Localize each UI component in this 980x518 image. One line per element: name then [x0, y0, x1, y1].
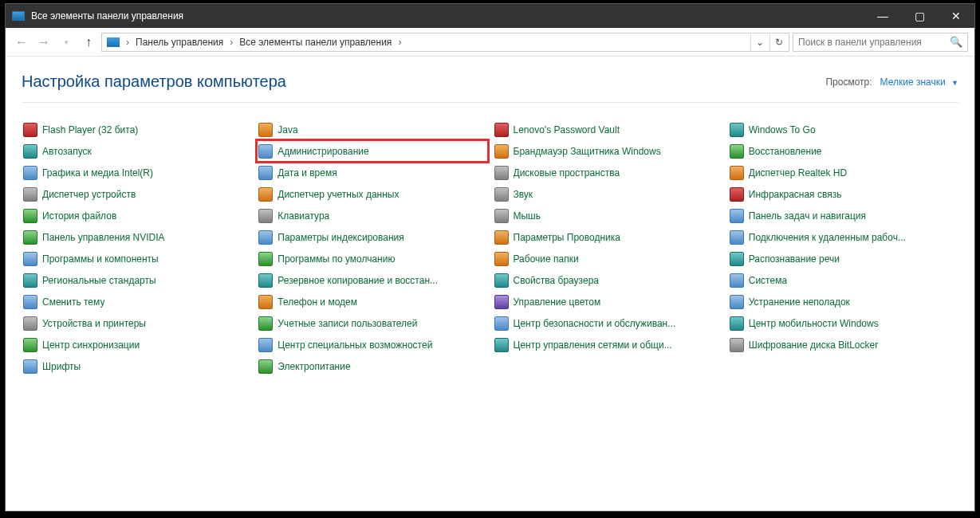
cp-item[interactable]: Управление цветом [493, 291, 723, 312]
cp-item[interactable]: Графика и медиа Intel(R) [22, 162, 252, 183]
cp-item[interactable]: Рабочие папки [493, 248, 723, 269]
view-by-dropdown[interactable]: Мелкие значки ▼ [880, 77, 958, 88]
cp-item[interactable]: Центр безопасности и обслуживан... [493, 312, 723, 334]
item-icon [23, 316, 37, 331]
refresh-button[interactable]: ↻ [769, 33, 787, 51]
item-icon [494, 144, 509, 159]
back-button[interactable]: ← [12, 33, 31, 52]
item-icon [494, 338, 509, 352]
breadcrumb[interactable]: › Панель управления › Все элементы панел… [101, 33, 789, 52]
cp-item[interactable]: Шрифты [22, 355, 252, 377]
search-icon[interactable]: 🔍 [950, 36, 962, 48]
cp-item[interactable]: Клавиатура [257, 205, 487, 226]
item-label: Мышь [514, 210, 541, 222]
cp-item[interactable]: Диспетчер учетных данных [257, 183, 487, 205]
item-icon [730, 316, 744, 331]
item-label: Параметры Проводника [514, 232, 620, 243]
cp-item[interactable]: Устройства и принтеры [22, 312, 252, 334]
item-label: Диспетчер Realtek HD [749, 167, 847, 179]
item-label: Устранение неполадок [749, 296, 850, 308]
cp-item[interactable]: Панель задач и навигация [728, 205, 958, 226]
cp-item[interactable]: Свойства браузера [493, 269, 723, 291]
item-icon [23, 295, 37, 309]
item-icon [730, 295, 744, 309]
chevron-right-icon[interactable]: › [396, 37, 403, 48]
cp-item[interactable]: Дисковые пространства [493, 162, 723, 183]
cp-item[interactable]: Резервное копирование и восстан... [257, 269, 487, 291]
breadcrumb-history-dropdown[interactable]: ⌄ [750, 33, 768, 51]
cp-item[interactable]: История файлов [22, 205, 252, 226]
chevron-down-icon: ▼ [951, 79, 958, 87]
cp-item[interactable]: Windows To Go [728, 119, 958, 140]
cp-item[interactable]: Центр специальных возможностей [257, 334, 487, 355]
cp-item[interactable]: Параметры Проводника [493, 226, 723, 248]
forward-button[interactable]: → [34, 33, 53, 52]
item-label: Диспетчер устройств [42, 189, 136, 200]
item-label: Брандмауэр Защитника Windows [514, 146, 661, 157]
chevron-right-icon[interactable]: › [124, 37, 131, 48]
breadcrumb-segment[interactable]: Панель управления [132, 37, 226, 48]
recent-dropdown[interactable]: ▾ [57, 33, 76, 52]
cp-item[interactable]: Дата и время [257, 162, 487, 183]
cp-item[interactable]: Электропитание [257, 355, 487, 377]
cp-item[interactable]: Администрирование [257, 140, 487, 162]
item-icon [258, 273, 273, 288]
item-icon [258, 230, 273, 245]
cp-item[interactable]: Мышь [493, 205, 723, 226]
maximize-button[interactable]: ▢ [901, 4, 938, 28]
chevron-right-icon[interactable]: › [228, 37, 234, 48]
item-label: Звук [514, 189, 533, 200]
item-icon [258, 338, 273, 352]
cp-item[interactable]: Распознавание речи [728, 248, 958, 269]
cp-item[interactable]: Центр мобильности Windows [728, 312, 958, 334]
item-icon [494, 166, 509, 180]
cp-item[interactable]: Автозапуск [22, 140, 252, 162]
item-label: Java [277, 124, 297, 135]
item-label: Телефон и модем [277, 296, 357, 308]
cp-item[interactable]: Подключения к удаленным рабоч... [728, 226, 958, 248]
cp-item[interactable]: Инфракрасная связь [728, 183, 958, 205]
cp-item[interactable]: Java [257, 119, 487, 140]
item-label: Восстановление [749, 146, 822, 157]
cp-item[interactable]: Диспетчер устройств [22, 183, 252, 205]
item-label: Шифрование диска BitLocker [749, 339, 878, 351]
cp-item[interactable]: Программы и компоненты [22, 248, 252, 269]
cp-item[interactable]: Телефон и модем [257, 291, 487, 312]
control-panel-icon [12, 11, 25, 21]
cp-item[interactable]: Программы по умолчанию [257, 248, 487, 269]
search-box[interactable]: 🔍 [793, 33, 968, 52]
cp-item[interactable]: Flash Player (32 бита) [22, 119, 252, 140]
cp-item[interactable]: Параметры индексирования [257, 226, 487, 248]
cp-item[interactable]: Система [728, 269, 958, 291]
item-label: История файлов [42, 210, 116, 222]
cp-item[interactable]: Устранение неполадок [728, 291, 958, 312]
item-icon [23, 230, 37, 245]
cp-item[interactable]: Брандмауэр Защитника Windows [493, 140, 723, 162]
cp-item[interactable]: Восстановление [728, 140, 958, 162]
item-icon [23, 359, 37, 374]
up-button[interactable]: ↑ [79, 33, 98, 52]
cp-item[interactable]: Учетные записи пользователей [257, 312, 487, 334]
item-icon [730, 144, 744, 159]
breadcrumb-segment[interactable]: Все элементы панели управления [236, 37, 395, 48]
item-label: Клавиатура [277, 210, 329, 222]
item-label: Центр управления сетями и общи... [514, 339, 672, 351]
item-icon [494, 230, 509, 245]
item-label: Сменить тему [42, 296, 104, 308]
cp-item[interactable]: Сменить тему [22, 291, 252, 312]
item-label: Программы по умолчанию [277, 253, 395, 265]
cp-item[interactable]: Центр управления сетями и общи... [493, 334, 723, 355]
cp-item[interactable]: Панель управления NVIDIA [22, 226, 252, 248]
close-button[interactable]: ✕ [938, 4, 974, 28]
search-input[interactable] [798, 37, 950, 48]
cp-item[interactable]: Центр синхронизации [22, 334, 252, 355]
cp-item[interactable]: Региональные стандарты [22, 269, 252, 291]
cp-item[interactable]: Диспетчер Realtek HD [728, 162, 958, 183]
item-icon [494, 187, 509, 202]
item-label: Центр специальных возможностей [277, 339, 432, 351]
cp-item[interactable]: Lenovo's Password Vault [493, 119, 723, 140]
cp-item[interactable]: Звук [493, 183, 723, 205]
item-label: Рабочие папки [514, 253, 579, 265]
minimize-button[interactable]: — [864, 4, 901, 28]
cp-item[interactable]: Шифрование диска BitLocker [728, 334, 958, 355]
